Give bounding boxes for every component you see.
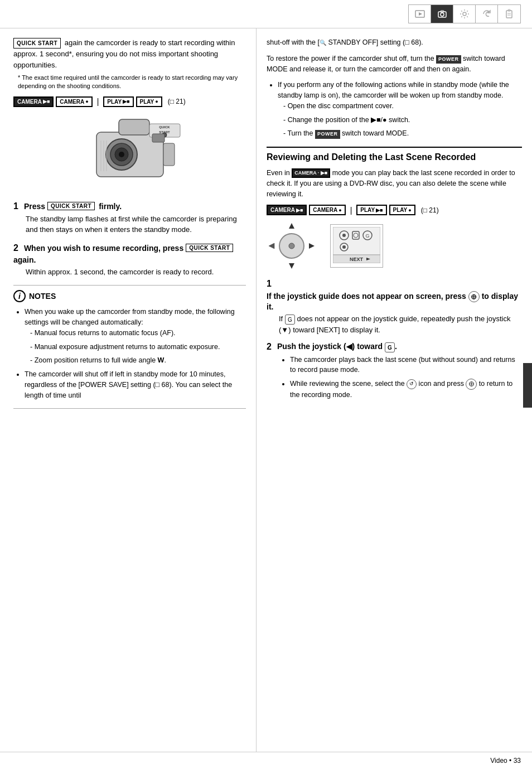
step-2-after: again. xyxy=(13,255,36,264)
notes-icon: i xyxy=(13,290,26,302)
step-1-title: 1 Press QUICK START firmly. xyxy=(13,201,246,211)
play-photo-icon-r2: ● xyxy=(408,207,411,213)
step-2-before: When you wish to resume recording, press xyxy=(24,244,183,253)
icon-film[interactable] xyxy=(409,5,431,23)
restore-para: To restore the power if the camcorder sh… xyxy=(267,54,522,75)
svg-marker-26 xyxy=(289,263,294,269)
quick-start-badge-intro: QUICK START xyxy=(13,38,61,49)
svg-marker-28 xyxy=(309,243,315,249)
cam-badge-camera-video: CAMERA ▶■ xyxy=(13,96,54,107)
right-step-1-body: If G does not appear on the joystick gui… xyxy=(279,313,522,335)
notes-sublist-1: Manual focus returns to automatic focus … xyxy=(25,328,246,366)
section-heading: Reviewing and Deleting the Last Scene Re… xyxy=(267,152,522,162)
right-step-2-title: 2 Push the joystick (◀) toward G. xyxy=(267,342,522,352)
play-video-icon-r1: ▶■ xyxy=(376,207,383,213)
svg-point-33 xyxy=(342,234,346,237)
notes-subitem-1a: Manual focus returns to automatic focus … xyxy=(30,328,246,338)
step-2-num: 2 xyxy=(13,243,18,253)
svg-marker-25 xyxy=(289,223,294,229)
right-step-1: 1 If the joystick guide does not appear … xyxy=(267,279,522,335)
icon-refresh[interactable] xyxy=(476,5,498,23)
joystick-diagram xyxy=(267,221,317,271)
notes-item-2: The camcorder will shut off if left in s… xyxy=(25,369,246,400)
right-divider: | xyxy=(348,206,355,215)
svg-point-14 xyxy=(119,152,124,157)
camcorder-illustration: QUICK START xyxy=(13,113,246,194)
notes-section: i NOTES When you wake up the camcorder f… xyxy=(13,285,246,409)
standby-off-text: shut-off with the [🔍 STANDBY OFF] settin… xyxy=(267,38,423,46)
cam-badge-play-video: PLAY ▶■ xyxy=(103,96,133,107)
camera-mode-inline: CAMERA · ▶■ xyxy=(292,168,330,178)
svg-rect-20 xyxy=(163,143,175,166)
cam-badge-camera-photo: CAMERA ● xyxy=(56,96,92,107)
right-play-badge-2: PLAY ● xyxy=(389,205,415,215)
play-label-r2: PLAY xyxy=(393,207,408,213)
bullet-item-1: If you perform any of the following acti… xyxy=(278,80,522,139)
svg-text:NEXT: NEXT xyxy=(350,257,364,262)
joystick-guide-icon-1: G xyxy=(285,315,295,325)
photo-icon: ● xyxy=(85,99,88,104)
bullet-list-right: If you perform any of the following acti… xyxy=(267,80,522,139)
svg-text:G: G xyxy=(365,233,369,239)
svg-marker-27 xyxy=(269,243,274,249)
step-2: 2 When you wish to resume recording, pre… xyxy=(13,243,246,278)
right-step-2-num: 2 xyxy=(267,342,272,352)
right-step-2-bullet-2: While reviewing the scene, select the ↺ … xyxy=(290,379,522,400)
joystick-guide-icon-2: G xyxy=(385,342,395,352)
power-badge-2: POWER xyxy=(315,130,340,139)
icon-bar-group xyxy=(408,4,521,23)
next-panel-svg: G NEXT xyxy=(333,227,380,263)
set-button-icon-2: ⨁ xyxy=(466,379,477,390)
icon-clipboard[interactable] xyxy=(498,5,520,23)
right-cam-badge-2: CAMERA ● xyxy=(309,205,345,215)
sub-item-1c: Turn the POWER switch toward MODE. xyxy=(283,128,522,139)
svg-text:QUICK: QUICK xyxy=(159,125,170,129)
svg-point-39 xyxy=(342,245,346,249)
svg-point-30 xyxy=(289,243,294,249)
icon-settings[interactable] xyxy=(453,5,476,23)
sub-item-1a: Open the disc compartment cover. xyxy=(283,101,522,112)
search-icon-standby: 🔍 xyxy=(320,40,326,46)
play-video-icon: ▶■ xyxy=(123,99,129,104)
photo-icon-r2: ● xyxy=(338,207,341,213)
svg-marker-1 xyxy=(419,12,422,16)
step-1-after: firmly. xyxy=(99,202,122,211)
right-column: shut-off with the [🔍 STANDBY OFF] settin… xyxy=(257,28,532,752)
bullet-sublist-1: Open the disc compartment cover. Change … xyxy=(278,101,522,139)
play-label-r1: PLAY xyxy=(360,207,375,213)
page-ref-left: □ 21 xyxy=(168,98,186,105)
right-step-2: 2 Push the joystick (◀) toward G. The ca… xyxy=(267,342,522,400)
camera-label2: CAMERA xyxy=(60,99,84,105)
camera-label: CAMERA xyxy=(17,99,42,105)
section-divider xyxy=(267,147,522,148)
right-play-badge-1: PLAY ▶■ xyxy=(356,205,386,215)
svg-rect-21 xyxy=(152,134,165,142)
step-2-title: 2 When you wish to resume recording, pre… xyxy=(13,243,246,264)
right-step-2-bullets: The camcorder plays back the last scene … xyxy=(279,355,522,400)
svg-rect-6 xyxy=(506,11,512,18)
camera-label-r1: CAMERA xyxy=(270,207,295,213)
cam-badge-play-photo: PLAY ● xyxy=(136,96,162,107)
notes-list: When you wake up the camcorder from stan… xyxy=(13,307,246,400)
right-step-1-title: 1 If the joystick guide does not appear … xyxy=(267,279,522,311)
video-icon-r1: ▶■ xyxy=(296,207,303,213)
notes-item-1-text: When you wake up the camcorder from stan… xyxy=(25,308,235,326)
power-badge: POWER xyxy=(436,55,461,64)
notes-subitem-1c: Zoom position returns to full wide angle… xyxy=(30,355,246,366)
play-label: PLAY xyxy=(107,99,122,105)
right-step-2-text: Push the joystick (◀) toward G. xyxy=(277,342,397,352)
set-button-icon-1: ⨁ xyxy=(468,291,480,302)
page-ref-right: □ 21 xyxy=(421,206,439,214)
divider-line: | xyxy=(95,97,101,106)
delete-icon: ↺ xyxy=(407,379,417,389)
video-icon: ▶■ xyxy=(43,99,50,104)
right-tab xyxy=(523,363,532,408)
step-2-badge: QUICK START xyxy=(186,244,233,252)
right-step-2-body: The camcorder plays back the last scene … xyxy=(279,355,522,400)
step-1-before: Press xyxy=(24,202,45,211)
page-footer: Video • 33 xyxy=(0,752,532,769)
svg-rect-15 xyxy=(119,119,149,135)
right-intro-para: shut-off with the [🔍 STANDBY OFF] settin… xyxy=(267,37,522,48)
icon-camera-active[interactable] xyxy=(431,5,453,23)
main-content: QUICK START again the camcorder is ready… xyxy=(0,28,532,752)
